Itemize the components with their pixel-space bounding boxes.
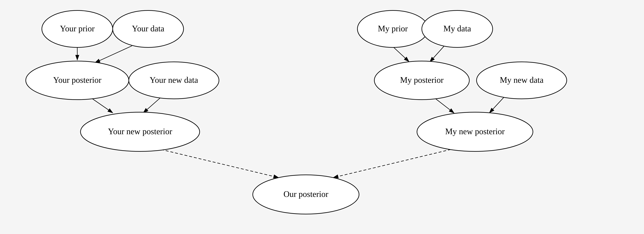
your-data-label: Your data [132,24,164,33]
your-new-posterior-label: Your new posterior [108,127,172,136]
your-new-data-label: Your new data [150,75,198,85]
my-prior-label: My prior [378,24,408,33]
my-new-posterior-label: My new posterior [445,127,505,136]
my-new-data-label: My new data [500,75,544,85]
my-posterior-label: My posterior [400,75,444,85]
your-posterior-label: Your posterior [53,75,102,85]
my-data-label: My data [444,24,471,33]
your-prior-label: Your prior [60,24,95,33]
our-posterior-label: Our posterior [284,190,328,199]
